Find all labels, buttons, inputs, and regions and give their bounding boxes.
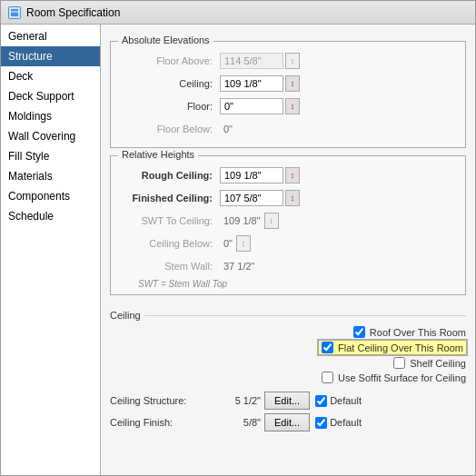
ceiling-structure-edit-button[interactable]: Edit... xyxy=(264,392,310,410)
relative-heights-title: Relative Heights xyxy=(118,149,198,160)
ceiling-below-row: Ceiling Below: 0" ↕ xyxy=(120,233,456,253)
finished-ceiling-label: Finished Ceiling: xyxy=(120,193,220,203)
ceiling-spin[interactable]: ↕ xyxy=(285,75,300,92)
floor-below-value: 0" xyxy=(220,124,233,134)
stem-wall-row: Stem Wall: 37 1/2" xyxy=(120,256,456,276)
finished-ceiling-row: Finished Ceiling: ↕ xyxy=(120,188,456,208)
ceiling-finish-value: 5/8" xyxy=(219,417,264,428)
content-area: Absolute Elevations Floor Above: ↕ Ceili… xyxy=(101,25,475,475)
ceiling-structure-default: Default xyxy=(315,395,362,407)
ceiling-below-spin: ↕ xyxy=(236,235,251,252)
sidebar-item-wall-covering[interactable]: Wall Covering xyxy=(1,126,100,146)
sidebar-item-fill-style[interactable]: Fill Style xyxy=(1,146,100,166)
main-content: General Structure Deck Deck Support Mold… xyxy=(1,25,475,475)
window-title: Room Specification xyxy=(26,6,120,19)
absolute-elevations-title: Absolute Elevations xyxy=(118,35,213,45)
window-icon xyxy=(8,6,21,19)
floor-above-input xyxy=(220,53,283,69)
soffit-surface-label: Use Soffit Surface for Ceiling xyxy=(338,372,466,383)
ceiling-below-value: 0" xyxy=(220,238,233,249)
ceiling-structure-value: 5 1/2" xyxy=(219,395,264,406)
ceiling-section-title: Ceiling xyxy=(110,310,466,321)
rough-ceiling-label: Rough Ceiling: xyxy=(120,170,220,181)
sidebar-item-general[interactable]: General xyxy=(1,26,100,46)
sidebar-item-structure[interactable]: Structure xyxy=(1,46,100,66)
absolute-elevations-section: Absolute Elevations Floor Above: ↕ Ceili… xyxy=(110,41,466,148)
floor-above-row: Floor Above: ↕ xyxy=(120,51,456,71)
swt-ceiling-spin: ↕ xyxy=(264,213,279,229)
ceiling-finish-edit-button[interactable]: Edit... xyxy=(264,413,310,431)
rough-ceiling-spin[interactable]: ↕ xyxy=(285,167,300,183)
floor-row: Floor: ↕ xyxy=(120,96,456,116)
rough-ceiling-input[interactable] xyxy=(220,167,283,183)
flat-ceiling-row: Flat Ceiling Over This Room xyxy=(319,341,466,354)
ceiling-finish-default-checkbox[interactable] xyxy=(315,417,327,429)
ceiling-structure-default-checkbox[interactable] xyxy=(315,395,327,407)
ceiling-label: Ceiling: xyxy=(120,78,220,89)
floor-above-label: Floor Above: xyxy=(120,55,220,66)
floor-label: Floor: xyxy=(120,101,220,112)
swt-ceiling-value: 109 1/8" xyxy=(220,215,261,226)
swt-ceiling-row: SWT To Ceiling: 109 1/8" ↕ xyxy=(120,211,456,231)
window: Room Specification General Structure Dec… xyxy=(0,0,476,476)
ceiling-input[interactable] xyxy=(220,75,283,92)
roof-over-room-checkbox[interactable] xyxy=(353,326,365,338)
flat-ceiling-checkbox[interactable] xyxy=(322,342,333,353)
ceiling-finish-default-label: Default xyxy=(330,417,362,428)
sidebar-item-deck-support[interactable]: Deck Support xyxy=(1,86,100,106)
sidebar-item-materials[interactable]: Materials xyxy=(1,166,100,186)
floor-input[interactable] xyxy=(220,98,283,114)
sidebar-item-components[interactable]: Components xyxy=(1,186,100,206)
shelf-ceiling-row: Shelf Ceiling xyxy=(393,357,466,369)
rough-ceiling-row: Rough Ceiling: ↕ xyxy=(120,165,456,185)
ceiling-finish-label: Ceiling Finish: xyxy=(110,417,219,428)
sidebar-item-deck[interactable]: Deck xyxy=(1,66,100,86)
floor-below-row: Floor Below: 0" xyxy=(120,119,456,139)
sidebar-item-moldings[interactable]: Moldings xyxy=(1,106,100,126)
swt-ceiling-label: SWT To Ceiling: xyxy=(120,215,220,226)
soffit-surface-checkbox[interactable] xyxy=(322,372,333,383)
flat-ceiling-label: Flat Ceiling Over This Room xyxy=(338,342,463,353)
sidebar-item-schedule[interactable]: Schedule xyxy=(1,206,100,226)
ceiling-structure-default-label: Default xyxy=(330,395,362,406)
sidebar: General Structure Deck Deck Support Mold… xyxy=(1,25,101,475)
shelf-ceiling-label: Shelf Ceiling xyxy=(410,358,466,369)
stem-wall-label: Stem Wall: xyxy=(120,261,220,272)
stem-wall-value: 37 1/2" xyxy=(220,261,255,272)
floor-below-label: Floor Below: xyxy=(120,124,220,134)
swt-note: SWT = Stem Wall Top xyxy=(120,279,456,289)
finished-ceiling-spin[interactable]: ↕ xyxy=(285,190,300,206)
ceiling-structure-label: Ceiling Structure: xyxy=(110,395,219,406)
soffit-surface-row: Use Soffit Surface for Ceiling xyxy=(322,372,466,383)
ceiling-finish-row: Ceiling Finish: 5/8" Edit... Default xyxy=(110,413,466,431)
ceiling-below-label: Ceiling Below: xyxy=(120,238,220,249)
ceiling-section: Ceiling Roof Over This Room Flat Ceiling… xyxy=(110,302,466,431)
roof-over-room-label: Roof Over This Room xyxy=(370,327,466,338)
relative-heights-section: Relative Heights Rough Ceiling: ↕ Finish… xyxy=(110,155,466,295)
finished-ceiling-input[interactable] xyxy=(220,190,283,206)
ceiling-row: Ceiling: ↕ xyxy=(120,74,456,94)
floor-above-spin: ↕ xyxy=(285,53,300,69)
floor-spin[interactable]: ↕ xyxy=(285,98,300,114)
svg-rect-0 xyxy=(10,8,19,17)
ceiling-finish-default: Default xyxy=(315,417,362,429)
ceiling-structure-row: Ceiling Structure: 5 1/2" Edit... Defaul… xyxy=(110,392,466,410)
title-bar: Room Specification xyxy=(1,1,475,25)
roof-over-room-row: Roof Over This Room xyxy=(353,326,466,338)
shelf-ceiling-checkbox[interactable] xyxy=(393,357,405,369)
